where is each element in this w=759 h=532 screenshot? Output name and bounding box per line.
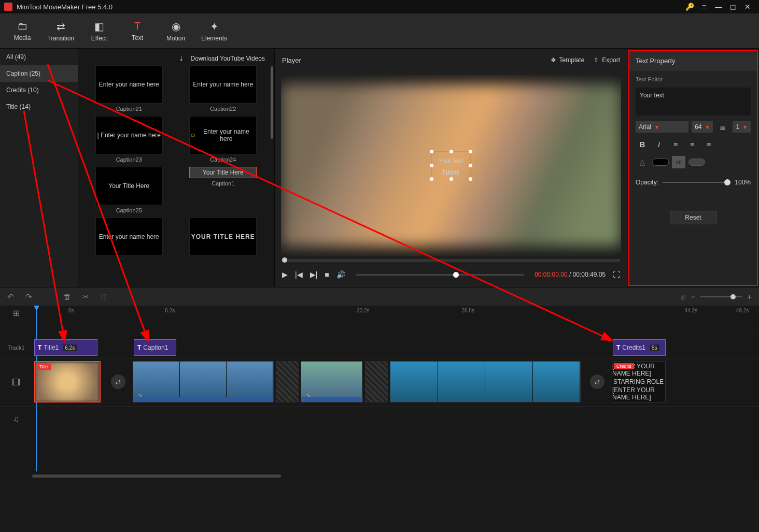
audio-track-body[interactable] bbox=[32, 407, 759, 431]
tab-media-label: Media bbox=[14, 34, 31, 41]
text-track: Track1 TTitle16.2s TCaption1 TCredits15s bbox=[0, 336, 759, 358]
ruler-tick: 26.8s bbox=[461, 308, 474, 313]
tab-effect[interactable]: ◧Effect bbox=[80, 16, 118, 47]
add-track-button[interactable]: ⊞ bbox=[0, 308, 32, 318]
license-key-icon[interactable]: 🔑 bbox=[682, 3, 697, 11]
asset-browser: All (49) Caption (25) Credits (10) Title… bbox=[0, 49, 275, 287]
transition-slot-1[interactable]: ⇄ bbox=[111, 375, 125, 389]
thumb-extra-1[interactable]: Enter your name here bbox=[84, 218, 174, 256]
reset-button[interactable]: Reset bbox=[670, 211, 716, 224]
media-clip-3[interactable]: 🔊 bbox=[301, 361, 363, 402]
thumbs-scrollbar[interactable] bbox=[271, 66, 273, 139]
opacity-slider[interactable] bbox=[663, 182, 730, 183]
text-color-icon[interactable]: A bbox=[636, 156, 649, 168]
close-button[interactable]: ✕ bbox=[740, 3, 755, 11]
menu-icon[interactable]: ≡ bbox=[697, 3, 711, 11]
text-editor-label: Text Editor bbox=[636, 76, 751, 82]
tab-text[interactable]: TText bbox=[118, 16, 157, 47]
clip-caption1[interactable]: TCaption1 bbox=[134, 339, 176, 356]
text-color-swatch[interactable] bbox=[652, 159, 669, 166]
cat-credits[interactable]: Credits (10) bbox=[0, 82, 78, 98]
download-youtube-link[interactable]: Download YouTube Videos bbox=[191, 55, 265, 62]
media-clip-credits[interactable]: STARRING[ENTER YOUR NAME HERE]STARRING R… bbox=[612, 361, 666, 402]
thumb-caption21[interactable]: Enter your name hereCaption21 bbox=[84, 65, 174, 112]
resize-handle[interactable] bbox=[430, 164, 433, 167]
gap-2[interactable] bbox=[365, 361, 388, 402]
highlight-icon[interactable]: ab bbox=[672, 156, 685, 168]
play-button[interactable]: ▶ bbox=[282, 270, 288, 279]
undo-button[interactable]: ↶ bbox=[7, 292, 14, 301]
italic-button[interactable]: I bbox=[652, 138, 666, 151]
highlight-swatch[interactable] bbox=[688, 159, 705, 166]
zoom-out-button[interactable]: − bbox=[691, 292, 695, 301]
fit-zoom-button[interactable]: ⎚ bbox=[681, 292, 685, 301]
volume-icon[interactable]: 🔊 bbox=[336, 270, 345, 279]
resize-handle[interactable] bbox=[449, 150, 453, 153]
player-preview[interactable]: Your text here bbox=[281, 75, 621, 256]
split-button[interactable]: ✂ bbox=[82, 292, 89, 301]
timeline-scrollbar[interactable] bbox=[32, 475, 281, 478]
player-panel: Player ❖Template ⇧Export Your text here … bbox=[275, 49, 627, 287]
export-button[interactable]: ⇧Export bbox=[594, 56, 620, 64]
line-spacing-icon[interactable]: ≣ bbox=[716, 121, 729, 133]
align-left-button[interactable]: ≡ bbox=[669, 138, 682, 151]
thumb-caption1[interactable]: Your Title HereCaption1 bbox=[178, 167, 269, 213]
text-input[interactable]: Your text bbox=[636, 88, 751, 116]
resize-handle[interactable] bbox=[430, 150, 433, 153]
player-scrub[interactable] bbox=[282, 259, 620, 262]
align-center-button[interactable]: ≡ bbox=[685, 138, 699, 151]
preview-text-overlay[interactable]: Your text here bbox=[431, 151, 471, 179]
tab-transition-label: Transition bbox=[47, 35, 74, 42]
resize-handle[interactable] bbox=[430, 177, 433, 181]
track1-label: Track1 bbox=[0, 344, 32, 351]
cat-all[interactable]: All (49) bbox=[0, 49, 78, 65]
opacity-value: 100% bbox=[735, 179, 751, 186]
font-select[interactable]: Arial▼ bbox=[636, 121, 688, 133]
ruler-tick: 6.2s bbox=[165, 308, 175, 313]
font-size-select[interactable]: 64▼ bbox=[692, 121, 713, 133]
thumb-caption22[interactable]: Enter your name hereCaption22 bbox=[178, 65, 269, 112]
stop-button[interactable]: ■ bbox=[325, 270, 329, 279]
ruler-tick: 49.2s bbox=[736, 308, 749, 313]
thumb-extra-2[interactable]: YOUR TITLE HERE bbox=[178, 218, 269, 256]
template-button[interactable]: ❖Template bbox=[551, 56, 585, 64]
media-clip-4[interactable] bbox=[390, 361, 581, 402]
cat-caption[interactable]: Caption (25) bbox=[0, 65, 78, 82]
next-frame-button[interactable]: ▶| bbox=[310, 270, 318, 279]
thumb-caption24[interactable]: ☺ Enter your name hereCaption24 bbox=[178, 116, 269, 163]
fullscreen-button[interactable]: ⛶ bbox=[613, 270, 620, 279]
cat-title[interactable]: Title (14) bbox=[0, 98, 78, 115]
line-spacing-select[interactable]: 1▼ bbox=[733, 121, 751, 133]
tab-media[interactable]: 🗀Media bbox=[3, 16, 41, 47]
thumb-caption25[interactable]: Your Title HereCaption25 bbox=[84, 167, 174, 213]
zoom-in-button[interactable]: + bbox=[747, 292, 752, 301]
text-property-panel: Text Property Text Editor Your text Aria… bbox=[628, 50, 758, 286]
effect-icon: ◧ bbox=[94, 20, 104, 33]
align-right-button[interactable]: ≡ bbox=[702, 138, 715, 151]
gap-1[interactable] bbox=[276, 361, 299, 402]
maximize-button[interactable]: ◻ bbox=[726, 3, 740, 11]
time-ruler[interactable]: 0s6.2s20.2s26.8s44.2s49.2s bbox=[64, 306, 759, 320]
thumb-caption23[interactable]: | Enter your name hereCaption23 bbox=[84, 116, 174, 163]
ruler-tick: 20.2s bbox=[357, 308, 369, 313]
media-clip-1[interactable]: Title bbox=[34, 361, 101, 402]
player-label: Player bbox=[282, 56, 541, 64]
prev-frame-button[interactable]: |◀ bbox=[295, 270, 303, 279]
video-track-body[interactable]: Title ⇄ 🔊 🔊 ⇄ STARRING[ENTER YOUR NAME H… bbox=[32, 359, 759, 406]
transition-slot-2[interactable]: ⇄ bbox=[590, 375, 605, 389]
tab-motion[interactable]: ◉Motion bbox=[157, 16, 195, 47]
bold-button[interactable]: B bbox=[636, 138, 649, 151]
clip-title1[interactable]: TTitle16.2s bbox=[34, 339, 97, 356]
text-track-body[interactable]: TTitle16.2s TCaption1 TCredits15s bbox=[32, 336, 759, 358]
redo-button[interactable]: ↷ bbox=[25, 292, 32, 301]
volume-slider[interactable] bbox=[356, 274, 524, 276]
zoom-slider[interactable] bbox=[700, 296, 742, 297]
audio-track: ♫ bbox=[0, 406, 759, 431]
clip-credits1[interactable]: TCredits15s bbox=[613, 339, 666, 356]
crop-button[interactable]: ◫ bbox=[101, 292, 108, 301]
minimize-button[interactable]: — bbox=[711, 3, 726, 11]
delete-button[interactable]: 🗑 bbox=[63, 292, 71, 301]
media-clip-2[interactable]: 🔊 bbox=[133, 361, 274, 402]
tab-transition[interactable]: ⇄Transition bbox=[41, 16, 80, 47]
tab-elements[interactable]: ✦Elements bbox=[195, 16, 233, 47]
